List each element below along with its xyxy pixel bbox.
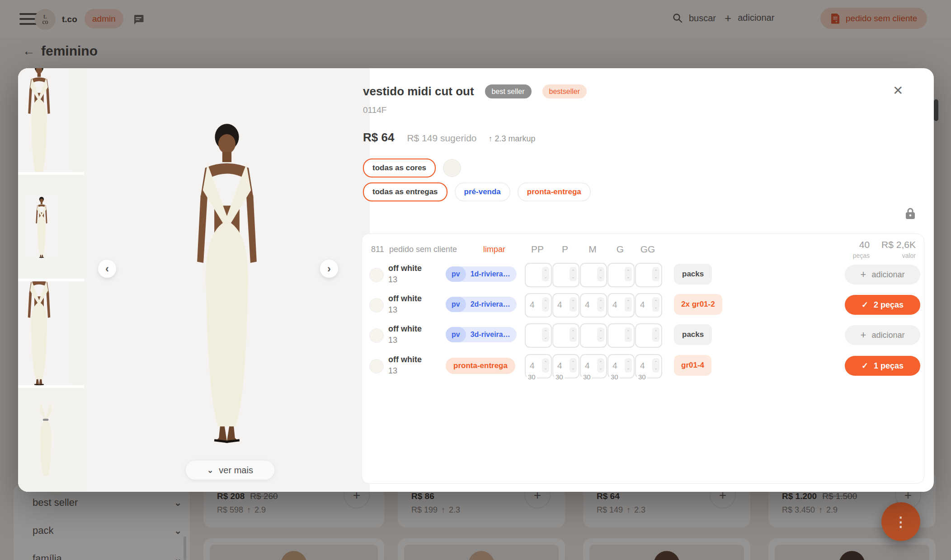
size-input[interactable] [529, 324, 542, 346]
size-input[interactable] [612, 294, 625, 316]
photo-next-button[interactable]: › [320, 260, 338, 278]
product-modal: ‹ › ⌄ ver mais ✕ vestido midi cut out be… [18, 68, 934, 492]
size-stepper-g: ⌃⌄ [607, 323, 635, 348]
row-color-swatch[interactable] [369, 268, 384, 282]
size-input[interactable] [612, 324, 625, 346]
stepper-arrows-icon[interactable]: ⌃⌄ [542, 297, 549, 312]
badge-bestseller: bestseller [542, 84, 587, 98]
thumbnail-2[interactable] [18, 175, 84, 279]
stepper-arrows-icon[interactable]: ⌃⌄ [597, 297, 604, 312]
size-input[interactable] [556, 324, 570, 346]
app-screen: t. co t.co admin buscar + adicionar pedi… [0, 0, 951, 560]
badge-best-seller: best seller [485, 84, 532, 98]
order-row: off white 13 pv 3d-riveira… ⌃⌄ ⌃⌄ ⌃⌄ ⌃⌄ … [362, 321, 924, 350]
thumbnail-1[interactable] [18, 68, 84, 172]
row-color-swatch[interactable] [369, 328, 384, 343]
lock-icon[interactable] [905, 207, 916, 220]
size-input[interactable] [556, 264, 570, 285]
stock-label: 30 [637, 373, 647, 381]
size-input[interactable] [612, 264, 625, 285]
photo-prev-button[interactable]: ‹ [98, 260, 116, 278]
stepper-arrows-icon[interactable]: ⌃⌄ [542, 267, 549, 281]
order-name: pedido sem cliente [389, 245, 457, 254]
stepper-arrows-icon[interactable]: ⌃⌄ [597, 358, 604, 373]
plus-icon: + [861, 329, 866, 341]
packs-button[interactable]: packs [674, 264, 712, 285]
row-done-button[interactable]: ✓1 peças [845, 356, 920, 376]
size-stepper-m: ⌃⌄ [580, 293, 607, 317]
stepper-arrows-icon[interactable]: ⌃⌄ [570, 297, 577, 312]
pack-tag[interactable]: 2x gr01-2 [674, 294, 722, 315]
stepper-arrows-icon[interactable]: ⌃⌄ [542, 327, 549, 342]
delivery-tag-ready[interactable]: pronta-entrega [446, 358, 515, 374]
filter-ready-delivery[interactable]: pronta-entrega [518, 182, 591, 201]
size-stepper-m: ⌃⌄ [580, 263, 607, 287]
product-sku: 0114F [363, 105, 386, 115]
order-row: off white 13 pv 1d-riviera… ⌃⌄ ⌃⌄ ⌃⌄ ⌃⌄ … [362, 260, 924, 289]
stepper-arrows-icon[interactable]: ⌃⌄ [625, 267, 632, 281]
pack-tag[interactable]: gr01-4 [674, 355, 711, 376]
order-row: off white 13 pronta-entrega ⌃⌄ ⌃⌄ ⌃⌄ ⌃⌄ … [362, 351, 924, 387]
row-color-swatch[interactable] [369, 298, 384, 313]
size-input[interactable] [529, 294, 542, 316]
stepper-arrows-icon[interactable]: ⌃⌄ [652, 358, 659, 373]
check-icon: ✓ [862, 361, 868, 371]
filter-all-deliveries[interactable]: todas as entregas [363, 182, 447, 201]
size-header-m: M [580, 244, 605, 255]
stepper-arrows-icon[interactable]: ⌃⌄ [652, 327, 659, 342]
clear-order-link[interactable]: limpar [483, 245, 505, 254]
stepper-arrows-icon[interactable]: ⌃⌄ [542, 358, 549, 373]
stepper-arrows-icon[interactable]: ⌃⌄ [625, 358, 632, 373]
product-details-panel: ✕ vestido midi cut out best seller bests… [363, 68, 934, 492]
close-icon[interactable]: ✕ [893, 83, 903, 98]
add-row-button[interactable]: +adicionar [845, 265, 920, 285]
row-color-swatch[interactable] [369, 359, 384, 373]
packs-button[interactable]: packs [674, 324, 712, 345]
size-header-p: P [552, 244, 578, 255]
stepper-arrows-icon[interactable]: ⌃⌄ [570, 358, 577, 373]
size-stepper-gg: ⌃⌄ [635, 293, 662, 317]
stepper-arrows-icon[interactable]: ⌃⌄ [597, 327, 604, 342]
see-more-button[interactable]: ⌄ ver mais [186, 461, 274, 480]
size-stepper-pp: ⌃⌄ [525, 263, 552, 287]
size-stepper-g: ⌃⌄ [607, 263, 635, 287]
size-stepper-pp: ⌃⌄ [525, 323, 552, 348]
more-vertical-icon: ⋮ [894, 514, 908, 530]
size-input[interactable] [639, 264, 653, 285]
add-row-button[interactable]: +adicionar [845, 325, 920, 345]
stepper-arrows-icon[interactable]: ⌃⌄ [570, 267, 577, 281]
size-header-pp: PP [525, 244, 550, 255]
size-stepper-p: ⌃⌄ [552, 263, 579, 287]
thumbnail-strip [18, 68, 84, 492]
size-header-gg: GG [635, 244, 660, 255]
total-value: R$ 2,6K [881, 239, 916, 250]
stepper-arrows-icon[interactable]: ⌃⌄ [597, 267, 604, 281]
filter-all-colors[interactable]: todas as cores [363, 159, 436, 177]
delivery-tag-pv[interactable]: pv 2d-riviera… [446, 297, 517, 312]
row-done-button[interactable]: ✓2 peças [845, 295, 920, 315]
page-scrollbar-thumb[interactable] [934, 99, 938, 121]
stepper-arrows-icon[interactable]: ⌃⌄ [625, 327, 632, 342]
size-input[interactable] [556, 294, 570, 316]
thumbnail-4[interactable] [18, 388, 84, 492]
chevron-down-icon: ⌄ [207, 466, 213, 475]
size-input[interactable] [584, 324, 598, 346]
delivery-tag-pv[interactable]: pv 3d-riveira… [446, 327, 517, 342]
color-swatch-off-white[interactable] [443, 159, 461, 177]
total-pieces: 40 [859, 239, 870, 250]
size-input[interactable] [584, 264, 598, 285]
size-input[interactable] [584, 294, 598, 316]
size-stepper-p: ⌃⌄ [552, 323, 579, 348]
stepper-arrows-icon[interactable]: ⌃⌄ [570, 327, 577, 342]
thumbnail-3[interactable] [18, 281, 84, 385]
stepper-arrows-icon[interactable]: ⌃⌄ [625, 297, 632, 312]
order-count: 811 [371, 245, 384, 254]
more-actions-fab[interactable]: ⋮ [881, 502, 920, 541]
size-input[interactable] [529, 264, 542, 285]
size-input[interactable] [639, 324, 653, 346]
filter-pre-sale[interactable]: pré-venda [455, 182, 510, 201]
stepper-arrows-icon[interactable]: ⌃⌄ [652, 297, 659, 312]
size-input[interactable] [639, 294, 653, 316]
stepper-arrows-icon[interactable]: ⌃⌄ [652, 267, 659, 281]
delivery-tag-pv[interactable]: pv 1d-riviera… [446, 266, 517, 282]
